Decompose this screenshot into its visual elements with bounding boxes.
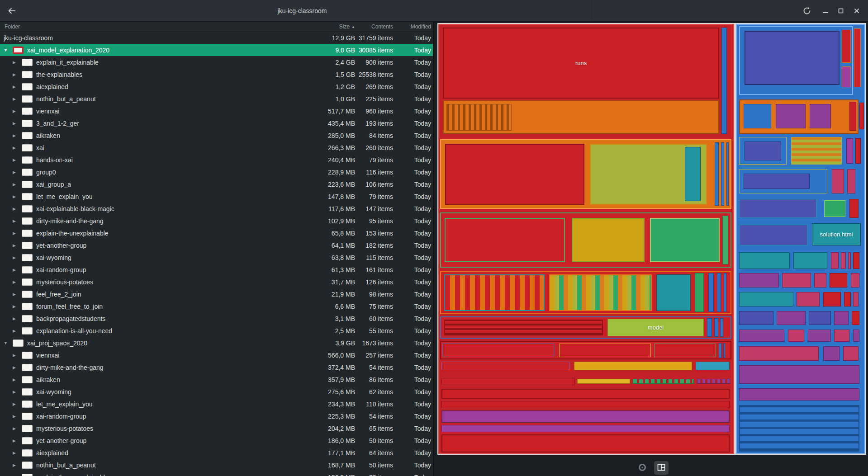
- treemap-rect[interactable]: [695, 273, 704, 312]
- treemap-rect[interactable]: [842, 66, 851, 88]
- treemap-rect[interactable]: [834, 330, 849, 342]
- expander-closed-icon[interactable]: ▶: [13, 280, 22, 284]
- expander-closed-icon[interactable]: ▶: [13, 133, 22, 138]
- treemap-rect[interactable]: [854, 28, 861, 87]
- treemap-rect-solution-html[interactable]: solution.html: [812, 223, 861, 245]
- maximize-button[interactable]: [834, 4, 848, 18]
- treemap-rect[interactable]: [724, 273, 726, 312]
- treemap-rect[interactable]: [744, 174, 810, 189]
- treemap-rect[interactable]: [745, 31, 840, 85]
- treemap-rect[interactable]: [809, 311, 831, 325]
- expander-closed-icon[interactable]: ▶: [13, 207, 22, 211]
- expander-closed-icon[interactable]: ▶: [13, 109, 22, 113]
- tree-row[interactable]: ▶xai-wyoming275,6 MB62 itemsToday: [0, 386, 433, 398]
- expander-closed-icon[interactable]: ▶: [13, 243, 22, 248]
- treemap-rect[interactable]: [849, 102, 856, 131]
- column-header-contents[interactable]: Contents: [355, 24, 393, 30]
- treemap-rect[interactable]: [739, 388, 859, 401]
- treemap-rect[interactable]: [776, 104, 806, 128]
- treemap-rect[interactable]: [849, 199, 859, 218]
- treemap-rect[interactable]: [719, 343, 721, 358]
- tree-row[interactable]: jku-icg-classroom12,9 GB31759 itemsToday: [0, 32, 433, 44]
- treemap-rect[interactable]: [844, 292, 851, 306]
- treemap-rect[interactable]: [442, 344, 554, 358]
- treemap-rect[interactable]: [685, 147, 700, 201]
- treemap-rect[interactable]: [445, 144, 584, 205]
- expander-closed-icon[interactable]: ▶: [13, 121, 22, 126]
- expander-closed-icon[interactable]: ▶: [13, 219, 22, 223]
- treemap-rect[interactable]: [726, 142, 729, 206]
- treemap-rect[interactable]: [788, 330, 805, 342]
- tree-row[interactable]: ▶nothin_but_a_peanut1,0 GB225 itemsToday: [0, 93, 433, 105]
- treemap-rect[interactable]: [846, 138, 853, 164]
- treemap-rect[interactable]: [851, 273, 860, 287]
- treemap-rect[interactable]: [853, 252, 860, 269]
- treemap-rect[interactable]: [650, 218, 720, 262]
- expander-closed-icon[interactable]: ▶: [13, 451, 22, 455]
- treemap-rect[interactable]: [697, 379, 730, 384]
- tree-row[interactable]: ▶xai-random-group225,3 MB54 itemsToday: [0, 410, 433, 422]
- treemap-rect[interactable]: [739, 346, 819, 361]
- treemap-rect[interactable]: [739, 405, 859, 452]
- tree-row[interactable]: ▶explain_it_explainable2,4 GB908 itemsTo…: [0, 56, 433, 68]
- treemap-rect[interactable]: [847, 169, 855, 193]
- treemap-rect[interactable]: [723, 343, 726, 358]
- expander-closed-icon[interactable]: ▶: [13, 231, 22, 236]
- expander-closed-icon[interactable]: ▶: [13, 146, 22, 150]
- treemap-rect-model[interactable]: model: [607, 319, 704, 336]
- treemap-rect[interactable]: [830, 273, 847, 287]
- tree-row[interactable]: ▶let_me_explain_you234,3 MB110 itemsToda…: [0, 398, 433, 410]
- treemap-rect[interactable]: [797, 292, 820, 306]
- tree-row[interactable]: ▶aikraken357,9 MB86 itemsToday: [0, 373, 433, 386]
- treemap-rect[interactable]: [441, 362, 569, 370]
- tree-row[interactable]: ▶hands-on-xai240,4 MB79 itemsToday: [0, 154, 433, 166]
- tree-row[interactable]: ▶yet-another-group186,0 MB50 itemsToday: [0, 434, 433, 447]
- treemap-rect[interactable]: [656, 274, 691, 311]
- treemap-rect[interactable]: [441, 425, 730, 432]
- tree-row[interactable]: ▶backpropagatedstudents3,1 MB60 itemsTod…: [0, 312, 433, 325]
- expander-closed-icon[interactable]: ▶: [13, 414, 22, 419]
- tree-row[interactable]: ▶explain-the-unexplainable156,5 MB72 ite…: [0, 471, 433, 476]
- expander-closed-icon[interactable]: ▶: [13, 182, 22, 187]
- tree-row[interactable]: ▶xai-explainable-black-magic117,6 MB147 …: [0, 203, 433, 215]
- treemap-rect[interactable]: [739, 365, 859, 384]
- treemap-rect[interactable]: [782, 273, 811, 287]
- treemap-rect[interactable]: [823, 346, 840, 361]
- treemap-rect[interactable]: [859, 103, 864, 129]
- expander-closed-icon[interactable]: ▶: [13, 292, 22, 297]
- treemap-rect[interactable]: [721, 28, 727, 134]
- treemap-rect[interactable]: [696, 362, 730, 370]
- tree-row[interactable]: ▶let_me_explain_you147,8 MB79 itemsToday: [0, 190, 433, 203]
- treemap-rect[interactable]: [707, 318, 712, 337]
- treemap-rect[interactable]: [549, 274, 652, 311]
- tree-row[interactable]: ▶dirty-mike-and-the-gang102,9 MB95 items…: [0, 215, 433, 227]
- expander-closed-icon[interactable]: ▶: [13, 304, 22, 309]
- expander-closed-icon[interactable]: ▶: [13, 194, 22, 199]
- tree-row[interactable]: ▶yet-another-group64,1 MB182 itemsToday: [0, 239, 433, 251]
- tree-row[interactable]: ▼xai_proj_space_20203,9 GB1673 itemsToda…: [0, 337, 433, 349]
- treemap-rect[interactable]: [446, 104, 512, 131]
- treemap-rect[interactable]: [843, 346, 859, 361]
- treemap-rect[interactable]: [722, 216, 728, 264]
- treemap-rect[interactable]: [814, 273, 826, 287]
- treemap-rect[interactable]: [739, 292, 793, 306]
- treemap-rect[interactable]: [855, 138, 861, 164]
- tree-row[interactable]: ▶3_and_1-2_ger435,4 MB193 itemsToday: [0, 117, 433, 129]
- treemap-rect[interactable]: [739, 199, 816, 218]
- expander-closed-icon[interactable]: ▶: [13, 158, 22, 162]
- treemap-rect[interactable]: [739, 273, 779, 287]
- column-header-folder[interactable]: Folder: [0, 24, 316, 30]
- treemap-rect[interactable]: [739, 330, 784, 342]
- tree-row[interactable]: ▼xai_model_explanation_20209,0 GB30085 i…: [0, 44, 433, 56]
- treemap-rect[interactable]: [842, 30, 851, 63]
- expander-closed-icon[interactable]: ▶: [13, 316, 22, 321]
- tree-row[interactable]: ▶xai-random-group61,3 MB161 itemsToday: [0, 264, 433, 276]
- tree-row[interactable]: ▶aiexplained177,1 MB64 itemsToday: [0, 447, 433, 459]
- expander-open-icon[interactable]: ▼: [4, 341, 13, 345]
- treemap-rect[interactable]: [720, 318, 723, 337]
- column-header-size[interactable]: Size▲: [316, 24, 355, 30]
- treemap-rect[interactable]: [441, 410, 730, 423]
- treemap-rect[interactable]: [853, 330, 860, 342]
- treemap-rect[interactable]: [810, 104, 830, 128]
- expander-closed-icon[interactable]: ▶: [13, 329, 22, 333]
